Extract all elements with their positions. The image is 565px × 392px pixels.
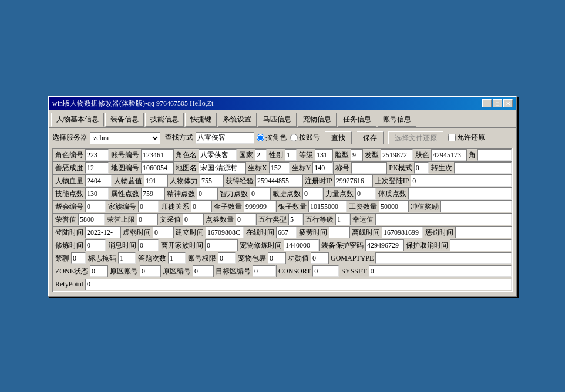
- input-skin[interactable]: [431, 149, 466, 161]
- input-gold[interactable]: [244, 201, 276, 212]
- input-pet-cultivate-time[interactable]: [284, 239, 319, 251]
- input-face[interactable]: [351, 149, 362, 161]
- input-recharge[interactable]: [440, 201, 512, 212]
- input-wuxing-type[interactable]: [288, 214, 303, 225]
- input-mp[interactable]: [144, 175, 167, 187]
- allow-restore-checkbox[interactable]: [448, 134, 456, 141]
- input-login-time[interactable]: [85, 227, 120, 238]
- maximize-button[interactable]: □: [493, 99, 502, 107]
- input-guild-id[interactable]: [85, 201, 106, 212]
- save-button[interactable]: 保存: [357, 131, 384, 144]
- input-consort[interactable]: [312, 265, 339, 277]
- input-offline-time[interactable]: [382, 227, 423, 238]
- input-title[interactable]: [351, 162, 386, 174]
- input-family-id[interactable]: [138, 201, 159, 212]
- input-str[interactable]: [355, 188, 376, 200]
- input-online-time[interactable]: [276, 227, 297, 238]
- radio-by-account[interactable]: [290, 134, 298, 141]
- tab-tasks[interactable]: 任务信息: [338, 113, 376, 127]
- input-spirit[interactable]: [197, 188, 217, 200]
- select-file-button[interactable]: 选择文件还原: [388, 131, 443, 144]
- input-reg-ip[interactable]: [334, 175, 372, 187]
- server-select[interactable]: zebra: [90, 132, 160, 144]
- input-coord-x[interactable]: [269, 162, 290, 174]
- input-wuxing-level[interactable]: [335, 214, 350, 225]
- input-last-login-ip[interactable]: [411, 175, 512, 187]
- tab-hotkeys[interactable]: 快捷键: [185, 113, 217, 127]
- input-gender[interactable]: [285, 149, 297, 161]
- tab-equipment[interactable]: 装备信息: [105, 113, 144, 127]
- input-orig-id[interactable]: [193, 265, 213, 277]
- field-hp: 人物血量: [53, 175, 112, 187]
- tab-bar: 人物基本信息 装备信息 技能信息 快捷键 系统设置 马匹信息 宠物信息 任务信息…: [49, 110, 516, 128]
- input-leave-family-time[interactable]: [205, 239, 237, 251]
- input-merit[interactable]: [311, 252, 328, 264]
- input-skill-pts[interactable]: [85, 188, 109, 200]
- input-honor-max[interactable]: [137, 214, 157, 225]
- input-map-name[interactable]: [199, 162, 245, 174]
- input-account-id[interactable]: [141, 149, 173, 161]
- input-zone-status[interactable]: [90, 265, 107, 277]
- input-alignment[interactable]: [85, 162, 109, 174]
- input-weak-time[interactable]: [153, 227, 173, 238]
- input-stamina[interactable]: [200, 175, 223, 187]
- input-con[interactable]: [408, 188, 512, 200]
- input-pk-mode[interactable]: [414, 162, 429, 174]
- radio-by-role[interactable]: [257, 134, 264, 141]
- input-equip-password[interactable]: [365, 239, 403, 251]
- input-attr-pts[interactable]: [141, 188, 164, 200]
- input-rebirth[interactable]: [454, 162, 512, 174]
- input-pet-bag[interactable]: [268, 252, 285, 264]
- input-hp[interactable]: [85, 175, 112, 187]
- input-rety-point[interactable]: [85, 279, 512, 290]
- radio-by-role-label[interactable]: 按角色: [257, 133, 287, 143]
- input-culture[interactable]: [183, 214, 203, 225]
- input-horn[interactable]: [477, 149, 512, 161]
- input-create-time[interactable]: [206, 227, 244, 238]
- input-account-perm[interactable]: [218, 252, 236, 264]
- tab-horse[interactable]: 马匹信息: [258, 113, 297, 127]
- input-flag-mask[interactable]: [118, 252, 136, 264]
- input-cultivate-time[interactable]: [85, 239, 106, 251]
- input-mentor[interactable]: [191, 201, 211, 212]
- input-sysset[interactable]: [369, 265, 512, 277]
- field-family-id: 家族编号: [106, 201, 159, 212]
- input-coord-y[interactable]: [312, 162, 333, 174]
- input-salary[interactable]: [379, 201, 408, 212]
- tab-basic-info[interactable]: 人物基本信息: [51, 113, 104, 127]
- input-level[interactable]: [315, 149, 332, 161]
- tab-pet[interactable]: 宠物信息: [298, 113, 337, 127]
- search-button[interactable]: 查找: [325, 131, 352, 144]
- radio-by-account-label[interactable]: 按账号: [290, 133, 320, 143]
- input-fatigue-time[interactable]: [329, 227, 349, 238]
- input-silver[interactable]: [308, 201, 347, 212]
- input-int[interactable]: [250, 188, 270, 200]
- input-role-id[interactable]: [85, 149, 109, 161]
- input-msg-time[interactable]: [138, 239, 159, 251]
- input-orig-account[interactable]: [140, 265, 160, 277]
- input-mute[interactable]: [71, 252, 86, 264]
- input-answer-times[interactable]: [168, 252, 186, 264]
- input-gomaptype[interactable]: [375, 252, 512, 264]
- input-luck[interactable]: [375, 214, 512, 225]
- input-exp[interactable]: [255, 175, 302, 187]
- search-input[interactable]: [196, 132, 254, 144]
- tab-account[interactable]: 账号信息: [378, 113, 416, 127]
- input-penalty-time[interactable]: [455, 227, 512, 238]
- input-map-id[interactable]: [141, 162, 173, 174]
- allow-restore-label[interactable]: 允许还原: [448, 133, 485, 143]
- close-button[interactable]: ✕: [503, 99, 513, 107]
- minimize-button[interactable]: —: [482, 99, 492, 107]
- input-hair[interactable]: [381, 149, 413, 161]
- input-target-zone[interactable]: [253, 265, 276, 277]
- server-group: 选择服务器 zebra: [52, 132, 160, 144]
- tab-system[interactable]: 系统设置: [218, 113, 257, 127]
- input-country[interactable]: [255, 149, 267, 161]
- input-honor[interactable]: [78, 214, 105, 225]
- field-salary: 工资数量: [347, 201, 409, 212]
- input-points[interactable]: [236, 214, 256, 225]
- tab-skills[interactable]: 技能信息: [145, 113, 184, 127]
- input-agi[interactable]: [302, 188, 323, 200]
- input-protect-cancel-time[interactable]: [450, 239, 512, 251]
- input-role-name[interactable]: [199, 149, 237, 161]
